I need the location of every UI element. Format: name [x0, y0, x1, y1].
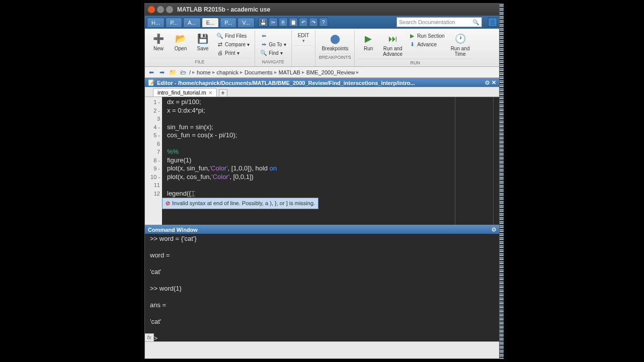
code-analyzer-strip[interactable]: [493, 97, 499, 225]
ribbon-group-edit: EDIT ▾: [292, 31, 316, 66]
editor-menu-icon[interactable]: ⊙: [485, 79, 490, 86]
insert-button[interactable]: ⬅: [258, 32, 288, 40]
command-window-title: Command Window: [148, 227, 198, 233]
error-icon: ⊘: [166, 199, 170, 208]
code-area[interactable]: dx = pi/100; x = 0:dx:4*pi; sin_fun = si…: [162, 97, 499, 225]
editor-title: Editor - /home/chapnick/Documents/MATLAB…: [157, 80, 415, 86]
save-icon[interactable]: 💾: [259, 18, 268, 27]
path-docs[interactable]: Documents: [245, 69, 273, 75]
compare-button[interactable]: ⇄Compare ▾: [214, 40, 252, 48]
open-button[interactable]: 📂 Open: [170, 32, 191, 52]
cmd-line: word =: [150, 251, 494, 260]
ribbon-group-file: ➕ New 📂 Open 💾 Save 🔍Find Files ⇄Compare…: [145, 31, 255, 66]
run-advance-icon: ⏭: [387, 33, 399, 45]
forward-button[interactable]: ➡: [157, 68, 167, 76]
goto-icon: ➡: [260, 41, 267, 48]
close-tab-icon[interactable]: ✕: [208, 90, 212, 96]
tab-editor[interactable]: E...: [202, 18, 219, 27]
tab-publish[interactable]: P...: [220, 18, 236, 27]
path-root[interactable]: /: [189, 69, 191, 75]
find-files-button[interactable]: 🔍Find Files: [214, 32, 252, 40]
tab-home[interactable]: H...: [147, 18, 165, 27]
login-icon[interactable]: 👤: [488, 18, 497, 27]
editor-close-icon[interactable]: ✕: [492, 79, 496, 86]
editor-ruler: [455, 97, 455, 225]
cmd-line: [150, 277, 494, 285]
redo-icon[interactable]: ↷: [309, 18, 318, 27]
path-matlab[interactable]: MATLAB: [279, 69, 300, 75]
advance-button[interactable]: ⬇Advance: [407, 40, 446, 48]
path-home[interactable]: home: [197, 69, 211, 75]
code-line: legend({⌶: [167, 190, 499, 198]
edit-menu[interactable]: EDIT ▾: [295, 32, 312, 44]
help-icon[interactable]: ?: [319, 18, 328, 27]
tab-plots[interactable]: P...: [166, 18, 182, 27]
line-gutter: 1 -2 -34 -5 -678 -9 -10 -1112: [145, 97, 162, 225]
editor[interactable]: 1 -2 -34 -5 -678 -9 -10 -1112 dx = pi/10…: [145, 97, 499, 225]
error-message: Invalid syntax at end of line. Possibly,…: [172, 199, 315, 208]
ribbon-group-breakpoints: ⬤ Breakpoints BREAKPOINTS: [315, 31, 355, 66]
path-project[interactable]: BME_2000_Review: [306, 69, 355, 75]
tab-apps[interactable]: A...: [183, 18, 201, 27]
code-line: x = 0:dx:4*pi;: [167, 107, 499, 115]
arrow-left-icon: ⬅: [260, 32, 267, 39]
print-button[interactable]: 🖨Print ▾: [214, 49, 252, 57]
add-tab-button[interactable]: +: [219, 89, 227, 97]
status-bar: [145, 341, 499, 350]
compare-icon: ⇄: [216, 41, 223, 48]
new-icon: ➕: [152, 33, 165, 45]
cmd-line: [150, 310, 494, 318]
code-line: [167, 115, 499, 123]
path-user[interactable]: chapnick: [217, 69, 238, 75]
code-line: dx = pi/100;: [167, 98, 499, 107]
play-icon: ▶: [362, 33, 374, 45]
maximize-icon[interactable]: [166, 6, 173, 13]
fx-icon[interactable]: fx: [145, 333, 154, 341]
run-section-button[interactable]: ▶Run Section: [407, 32, 446, 40]
browse-icon[interactable]: 🗁: [179, 68, 188, 76]
goto-button[interactable]: ➡Go To ▾: [258, 40, 288, 48]
run-button[interactable]: ▶ Run: [358, 32, 379, 52]
copy-icon[interactable]: ⎘: [279, 18, 288, 27]
undo-icon[interactable]: ↶: [299, 18, 308, 27]
code-line: [167, 140, 499, 148]
cmd-line: [150, 260, 494, 268]
file-tab[interactable]: intro_find_tutorial.m ✕: [153, 88, 217, 97]
cmd-line: [150, 326, 494, 335]
file-tabs: intro_find_tutorial.m ✕ +: [145, 87, 499, 97]
quick-access: 💾 ✂ ⎘ 📋 ↶ ↷ ?: [259, 18, 328, 27]
code-line: [167, 181, 499, 190]
minimize-icon[interactable]: [157, 6, 164, 13]
run-time-button[interactable]: 🕐 Run and Time: [448, 32, 473, 58]
cut-icon[interactable]: ✂: [269, 18, 278, 27]
find-files-icon: 🔍: [216, 32, 223, 39]
disk-icon: 💾: [197, 33, 209, 45]
new-button[interactable]: ➕ New: [148, 32, 169, 52]
command-window[interactable]: >> word = {'cat'} word = 'cat' >> word(1…: [145, 234, 499, 341]
tab-view[interactable]: V...: [237, 18, 255, 27]
search-input[interactable]: Search Documentation 🔍: [396, 17, 482, 27]
cmd-line: ans =: [150, 301, 494, 310]
panel-menu-icon[interactable]: ⊙: [492, 226, 496, 233]
titlebar[interactable]: MATLAB R2015b - academic use: [145, 4, 499, 16]
breakpoint-icon: ⬤: [329, 33, 341, 45]
run-advance-button[interactable]: ⏭ Run and Advance: [380, 32, 406, 58]
find-button[interactable]: 🔍Find ▾: [258, 49, 288, 57]
cmd-line: [150, 243, 494, 252]
cmd-line: >> word(1): [150, 285, 494, 293]
folder-icon: 📂: [175, 33, 187, 45]
up-folder-icon[interactable]: 📁: [168, 68, 177, 76]
editor-icon: 📝: [148, 79, 155, 86]
command-window-header[interactable]: Command Window ⊙: [145, 225, 499, 234]
code-line: sin_fun = sin(x);: [167, 123, 499, 132]
toolstrip-tabs: H... P... A... E... P... V... 💾 ✂ ⎘ 📋 ↶ …: [145, 16, 499, 29]
ribbon: ➕ New 📂 Open 💾 Save 🔍Find Files ⇄Compare…: [145, 29, 499, 67]
artifact-strip: [500, 3, 504, 359]
breakpoints-button[interactable]: ⬤ Breakpoints: [318, 32, 351, 52]
close-icon[interactable]: [148, 6, 155, 13]
cmd-line: 'cat': [150, 318, 494, 326]
back-button[interactable]: ⬅: [147, 68, 156, 76]
save-button[interactable]: 💾 Save: [192, 32, 213, 52]
paste-icon[interactable]: 📋: [289, 18, 298, 27]
editor-panel-header[interactable]: 📝 Editor - /home/chapnick/Documents/MATL…: [145, 78, 499, 87]
